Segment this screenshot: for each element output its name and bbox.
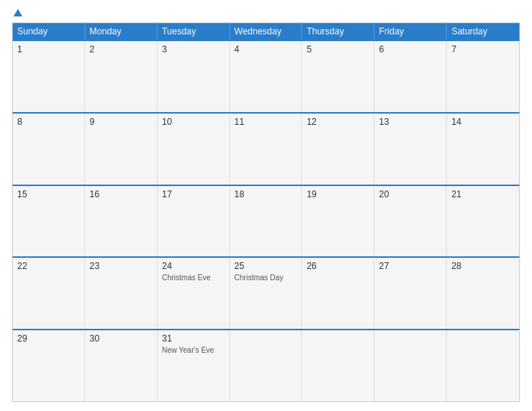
holiday-label: Christmas Eve <box>162 273 225 282</box>
day-number: 2 <box>90 44 152 55</box>
day-number: 15 <box>17 189 80 200</box>
day-cell: 18 <box>230 186 303 257</box>
day-cell: 15 <box>13 186 85 257</box>
day-cell: 4 <box>230 41 303 112</box>
day-cell: 14 <box>447 114 519 185</box>
day-header-thursday: Thursday <box>302 23 374 40</box>
day-number: 12 <box>306 117 369 127</box>
logo-triangle-icon <box>13 9 22 16</box>
day-cell <box>374 330 447 401</box>
day-cell: 11 <box>230 114 303 185</box>
holiday-label: Christmas Day <box>235 273 297 282</box>
day-cell: 7 <box>447 41 519 112</box>
day-cell: 21 <box>447 186 519 257</box>
day-number: 1 <box>17 44 80 55</box>
day-cell: 24Christmas Eve <box>158 258 230 329</box>
day-cell: 30 <box>85 330 158 401</box>
day-number: 21 <box>451 189 515 200</box>
day-cell: 9 <box>85 114 158 185</box>
logo-blue-text <box>12 9 22 16</box>
day-number: 28 <box>451 261 515 271</box>
day-cell: 28 <box>447 258 519 329</box>
day-number: 9 <box>90 117 152 127</box>
day-header-wednesday: Wednesday <box>230 23 303 40</box>
day-number: 13 <box>379 117 442 127</box>
day-number: 24 <box>162 261 225 271</box>
calendar-page: SundayMondayTuesdayWednesdayThursdayFrid… <box>0 0 532 411</box>
day-number: 8 <box>17 117 80 127</box>
day-number: 10 <box>162 117 225 127</box>
day-number: 31 <box>162 333 225 344</box>
day-number: 17 <box>162 189 225 200</box>
day-number: 22 <box>17 261 80 271</box>
day-cell: 12 <box>302 114 374 185</box>
day-number: 6 <box>379 44 442 55</box>
day-cell: 25Christmas Day <box>230 258 303 329</box>
day-header-sunday: Sunday <box>13 23 85 40</box>
day-number: 5 <box>306 44 369 55</box>
day-header-tuesday: Tuesday <box>158 23 230 40</box>
day-cell: 5 <box>302 41 374 112</box>
day-cell: 16 <box>85 186 158 257</box>
week-row-2: 891011121314 <box>13 112 519 185</box>
day-number: 14 <box>451 117 515 127</box>
day-header-monday: Monday <box>85 23 158 40</box>
day-number: 30 <box>90 333 152 344</box>
week-row-5: 293031New Year's Eve <box>13 329 519 401</box>
day-cell: 6 <box>374 41 447 112</box>
day-number: 3 <box>162 44 225 55</box>
day-cell: 19 <box>302 186 374 257</box>
day-number: 16 <box>90 189 152 200</box>
day-cell: 22 <box>13 258 85 329</box>
day-number: 4 <box>235 44 297 55</box>
day-cell: 29 <box>13 330 85 401</box>
day-number: 23 <box>90 261 152 271</box>
day-number: 7 <box>451 44 515 55</box>
day-cell: 13 <box>374 114 447 185</box>
day-number: 11 <box>235 117 297 127</box>
day-cell <box>230 330 303 401</box>
day-cell <box>302 330 374 401</box>
week-row-3: 15161718192021 <box>13 185 519 257</box>
day-number: 27 <box>379 261 442 271</box>
day-headers-row: SundayMondayTuesdayWednesdayThursdayFrid… <box>13 23 519 40</box>
week-row-1: 1234567 <box>13 40 519 112</box>
header <box>12 9 520 16</box>
day-cell: 1 <box>13 41 85 112</box>
day-number: 19 <box>306 189 369 200</box>
day-cell: 20 <box>374 186 447 257</box>
weeks-container: 123456789101112131415161718192021222324C… <box>13 40 519 401</box>
day-cell: 23 <box>85 258 158 329</box>
day-cell: 26 <box>302 258 374 329</box>
day-header-friday: Friday <box>374 23 447 40</box>
day-number: 26 <box>306 261 369 271</box>
day-cell: 27 <box>374 258 447 329</box>
holiday-label: New Year's Eve <box>162 345 225 355</box>
week-row-4: 222324Christmas Eve25Christmas Day262728 <box>13 256 519 329</box>
day-number: 29 <box>17 333 80 344</box>
calendar-grid: SundayMondayTuesdayWednesdayThursdayFrid… <box>12 22 520 402</box>
day-number: 20 <box>379 189 442 200</box>
day-cell: 31New Year's Eve <box>158 330 230 401</box>
day-cell: 17 <box>158 186 230 257</box>
day-cell: 2 <box>85 41 158 112</box>
day-cell: 3 <box>158 41 230 112</box>
day-number: 18 <box>235 189 297 200</box>
day-number: 25 <box>235 261 297 271</box>
day-cell: 8 <box>13 114 85 185</box>
day-header-saturday: Saturday <box>447 23 519 40</box>
day-cell: 10 <box>158 114 230 185</box>
day-cell <box>447 330 519 401</box>
logo <box>12 9 22 16</box>
